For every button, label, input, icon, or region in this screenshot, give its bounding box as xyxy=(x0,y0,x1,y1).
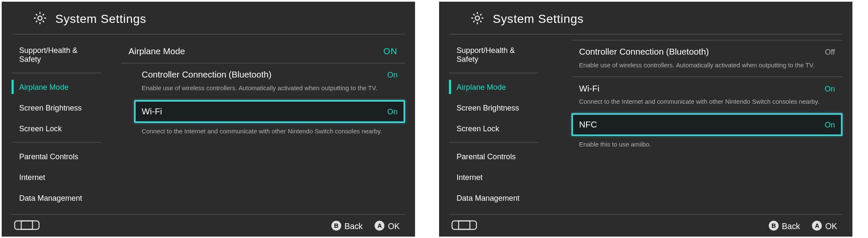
sidebar-item-screen-lock[interactable]: Screen Lock xyxy=(449,118,539,139)
setting-wifi[interactable]: Wi-Fi On Connect to the Internet and com… xyxy=(571,77,843,113)
svg-rect-5 xyxy=(459,221,470,229)
setting-value: On xyxy=(387,107,398,116)
setting-airplane-mode[interactable]: Airplane Mode ON xyxy=(121,40,405,63)
sidebar-item-parental-controls[interactable]: Parental Controls xyxy=(11,146,101,167)
sidebar-item-internet[interactable]: Internet xyxy=(449,167,539,188)
ok-label: OK xyxy=(388,221,400,230)
setting-value: On xyxy=(387,71,398,80)
sidebar-item-data-management[interactable]: Data Management xyxy=(449,188,539,208)
setting-label: Airplane Mode xyxy=(128,47,185,56)
sidebar: Support/Health & Safety Airplane Mode Sc… xyxy=(439,34,548,214)
footer: B Back A OK xyxy=(449,214,843,237)
setting-wifi[interactable]: Wi-Fi On xyxy=(134,100,405,123)
setting-description: Connect to the Internet and communicate … xyxy=(142,127,398,136)
svg-point-3 xyxy=(475,16,479,20)
footer-controls: B Back A OK xyxy=(331,221,400,230)
header: System Settings xyxy=(449,2,843,34)
sidebar-item-screen-brightness[interactable]: Screen Brightness xyxy=(449,97,539,118)
a-button-icon: A xyxy=(375,221,384,230)
setting-label: NFC xyxy=(579,120,597,130)
controller-icon xyxy=(14,219,40,232)
sidebar-divider xyxy=(449,142,539,143)
b-button-icon: B xyxy=(769,221,779,230)
page-title: System Settings xyxy=(492,12,584,26)
sidebar-divider xyxy=(11,73,101,73)
switch-screen-left: System Settings Support/Health & Safety … xyxy=(2,2,415,237)
setting-value: On xyxy=(825,84,835,93)
sidebar-item-support[interactable]: Support/Health & Safety xyxy=(449,40,539,69)
setting-label: Wi-Fi xyxy=(142,106,162,116)
back-label: Back xyxy=(345,221,363,230)
sidebar-item-internet[interactable]: Internet xyxy=(11,167,101,188)
sidebar-item-airplane-mode[interactable]: Airplane Mode xyxy=(11,77,101,97)
back-button[interactable]: B Back xyxy=(769,221,800,230)
setting-controller-bluetooth[interactable]: Controller Connection (Bluetooth) Off En… xyxy=(571,40,843,77)
a-button-icon: A xyxy=(812,221,822,230)
svg-rect-1 xyxy=(15,221,39,229)
setting-label: Controller Connection (Bluetooth) xyxy=(579,47,709,57)
sidebar-divider xyxy=(449,73,539,73)
sidebar-item-screen-brightness[interactable]: Screen Brightness xyxy=(11,97,101,118)
footer-controls: B Back A OK xyxy=(769,221,837,230)
content-panel[interactable]: Airplane Mode ON Controller Connection (… xyxy=(111,34,415,214)
setting-description: Enable use of wireless controllers. Auto… xyxy=(142,84,398,93)
svg-point-0 xyxy=(38,16,42,20)
sidebar-item-support[interactable]: Support/Health & Safety xyxy=(11,40,101,69)
setting-label: Controller Connection (Bluetooth) xyxy=(142,70,271,80)
back-button[interactable]: B Back xyxy=(331,221,363,230)
setting-description: Enable use of wireless controllers. Auto… xyxy=(579,61,835,70)
header: System Settings xyxy=(11,2,405,34)
back-label: Back xyxy=(782,221,800,230)
gear-icon xyxy=(470,11,485,28)
sidebar-item-parental-controls[interactable]: Parental Controls xyxy=(449,146,539,167)
svg-rect-4 xyxy=(452,221,476,229)
setting-value: Off xyxy=(825,47,835,56)
setting-description: Connect to the Internet and communicate … xyxy=(579,97,835,106)
footer: B Back A OK xyxy=(11,214,405,237)
setting-nfc[interactable]: NFC On xyxy=(571,113,843,136)
body: Support/Health & Safety Airplane Mode Sc… xyxy=(439,34,852,214)
gear-icon xyxy=(32,11,47,28)
ok-label: OK xyxy=(825,221,837,230)
switch-screen-right: System Settings Support/Health & Safety … xyxy=(439,2,852,237)
controller-icon xyxy=(451,219,477,232)
svg-rect-2 xyxy=(21,221,33,229)
setting-label: Wi-Fi xyxy=(579,83,599,93)
setting-value: ON xyxy=(383,47,398,56)
sidebar-item-airplane-mode[interactable]: Airplane Mode xyxy=(449,77,539,97)
setting-description: Enable this to use amiibo. xyxy=(579,141,835,149)
content-panel[interactable]: Controller Connection (Bluetooth) Off En… xyxy=(548,34,852,214)
ok-button[interactable]: A OK xyxy=(812,221,837,230)
sidebar-item-screen-lock[interactable]: Screen Lock xyxy=(11,118,101,139)
sidebar-item-data-management[interactable]: Data Management xyxy=(11,188,101,208)
body: Support/Health & Safety Airplane Mode Sc… xyxy=(2,34,415,214)
setting-controller-bluetooth[interactable]: Controller Connection (Bluetooth) On Ena… xyxy=(134,64,405,100)
page-title: System Settings xyxy=(55,12,146,26)
sidebar: Support/Health & Safety Airplane Mode Sc… xyxy=(2,34,111,214)
sidebar-divider xyxy=(11,142,101,143)
b-button-icon: B xyxy=(331,221,341,230)
ok-button[interactable]: A OK xyxy=(375,221,400,230)
setting-value: On xyxy=(825,120,835,129)
